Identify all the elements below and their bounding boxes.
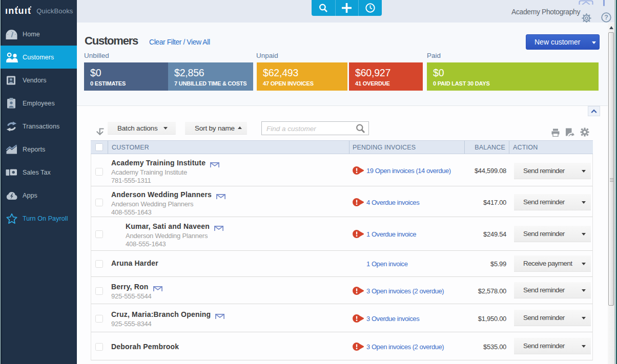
svg-text:?: ? <box>604 14 608 21</box>
